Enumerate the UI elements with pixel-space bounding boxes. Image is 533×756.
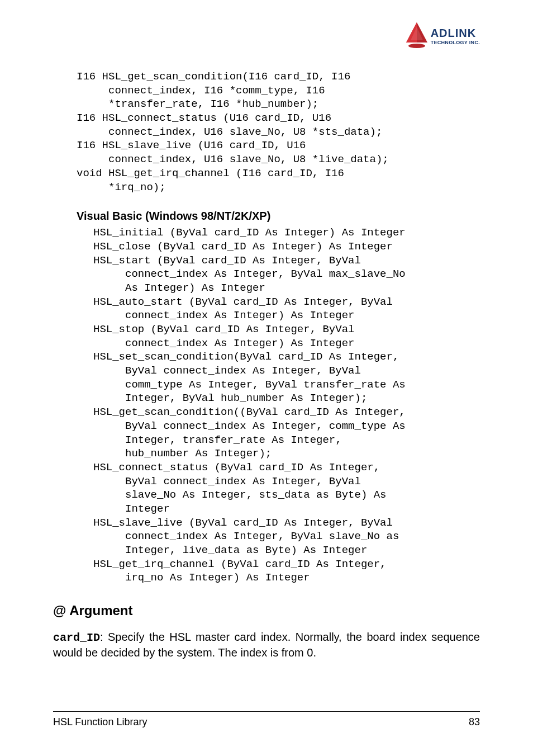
vb-code-block: HSL_initial (ByVal card_ID As Integer) A… [93, 226, 480, 585]
argument-heading: @ Argument [53, 603, 480, 618]
brand-text: ADLINK TECHNOLOGY INC. [431, 27, 480, 45]
footer-page-number: 83 [469, 716, 480, 728]
brand-name: ADLINK [431, 27, 480, 40]
argument-description: card_ID: Specify the HSL master card ind… [53, 630, 480, 660]
vb-section-heading: Visual Basic (Windows 98/NT/2K/XP) [77, 210, 480, 223]
adlink-triangle-icon [405, 22, 429, 49]
argument-param-desc: : Specify the HSL master card index. Nor… [53, 631, 480, 659]
page-footer: HSL Function Library 83 [53, 711, 480, 728]
brand-tagline: TECHNOLOGY INC. [431, 40, 480, 45]
footer-title: HSL Function Library [53, 716, 147, 728]
argument-param-name: card_ID [53, 631, 100, 644]
c-code-block: I16 HSL_get_scan_condition(I16 card_ID, … [77, 70, 480, 194]
svg-point-2 [408, 44, 425, 48]
brand-logo: ADLINK TECHNOLOGY INC. [405, 22, 480, 49]
page-content: I16 HSL_get_scan_condition(I16 card_ID, … [53, 70, 480, 660]
